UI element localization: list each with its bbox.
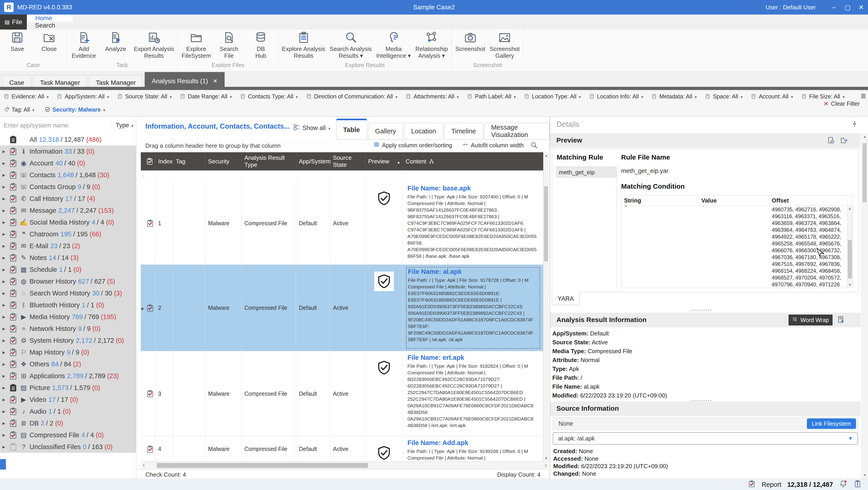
- preview-export-icon[interactable]: [840, 136, 848, 145]
- column-header-content[interactable]: Content: [403, 152, 543, 170]
- sidebar-item-call-history[interactable]: ✆Call History17/ 17(4): [0, 193, 136, 205]
- expand-icon[interactable]: [0, 386, 8, 390]
- expand-icon[interactable]: [0, 362, 8, 366]
- expand-icon[interactable]: [0, 185, 8, 189]
- filter-cell[interactable]: [145, 170, 155, 182]
- table-row[interactable]: 1MalwareCompressed FileDefaultActiveFile…: [141, 182, 543, 265]
- row-checkbox[interactable]: [145, 265, 155, 351]
- filter-gutter[interactable]: [141, 170, 145, 182]
- checkbox-icon[interactable]: [8, 171, 19, 179]
- view-tab-gallery[interactable]: Gallery: [368, 123, 403, 140]
- expand-icon[interactable]: [0, 220, 8, 225]
- checkbox-icon[interactable]: [8, 147, 19, 156]
- expand-icon[interactable]: [0, 208, 8, 213]
- sidebar-item-message[interactable]: ✉Message2,247/ 2,247(153): [0, 205, 136, 217]
- expand-icon[interactable]: [0, 173, 8, 177]
- splitter-handle[interactable]: [691, 400, 711, 401]
- apply-column-order-button[interactable]: Apply column order/sorting: [373, 141, 452, 149]
- expand-icon[interactable]: [0, 350, 8, 354]
- condition-scrollbar[interactable]: [847, 206, 852, 288]
- checkbox-icon[interactable]: [8, 324, 19, 333]
- filter-app-system[interactable]: App/System: All: [57, 93, 109, 100]
- column-header-security[interactable]: Security: [205, 152, 242, 170]
- scroll-right-icon[interactable]: [545, 461, 547, 469]
- scrollbar-thumb[interactable]: [544, 186, 548, 261]
- ribbon-button-search[interactable]: Search File: [213, 30, 245, 62]
- report-icon[interactable]: [748, 480, 755, 489]
- checkbox-icon[interactable]: [8, 253, 19, 262]
- close-button[interactable]: ✕: [855, 0, 868, 15]
- scrollbar-thumb[interactable]: [863, 143, 867, 202]
- checkbox-icon[interactable]: [8, 218, 19, 227]
- filter-location-info[interactable]: Location Info: All: [589, 93, 643, 100]
- expand-icon[interactable]: [0, 161, 8, 166]
- ribbon-button-search-analysis[interactable]: Search Analysis Results ▾: [328, 30, 374, 62]
- scroll-up-icon[interactable]: [545, 154, 548, 158]
- clear-filter-button[interactable]: ✕ Clear Filter: [823, 100, 860, 108]
- sidebar-item-e-mail[interactable]: ✉E-Mail23/ 23(2): [0, 240, 136, 252]
- checkbox-icon[interactable]: [8, 241, 19, 250]
- source-file-dropdown[interactable]: al.apk: /al.apk: [553, 432, 858, 444]
- ribbon-button-export-analysis[interactable]: Export Analysis Results: [131, 30, 177, 62]
- file-menu-button[interactable]: ▤ File: [0, 15, 27, 30]
- sidebar-item-network-history[interactable]: ≈Network History9/ 9(0): [0, 323, 136, 335]
- sidebar-item-unclassified-files[interactable]: ?Unclassified Files0/ 163(0): [0, 441, 136, 453]
- ribbon-button-screenshot[interactable]: Screenshot Gallery: [488, 30, 522, 62]
- expand-icon[interactable]: [0, 197, 8, 201]
- expand-icon[interactable]: [0, 303, 8, 307]
- table-filter-row[interactable]: [141, 170, 543, 182]
- sidebar-item-media-history[interactable]: ▶Media History769/ 769(195): [0, 311, 136, 323]
- column-header-index[interactable]: Index: [155, 152, 173, 170]
- sidebar-item-chatroom[interactable]: ❝Chatroom195/ 195(66): [0, 228, 136, 240]
- scroll-down-icon[interactable]: [545, 456, 548, 460]
- scrollbar-thumb[interactable]: [157, 463, 368, 468]
- checkbox-icon[interactable]: [8, 442, 19, 451]
- expand-icon[interactable]: [0, 326, 8, 331]
- checkbox-icon[interactable]: [8, 395, 19, 404]
- sidebar-item-video[interactable]: ▶Video17/ 17(0): [0, 394, 136, 405]
- filter-tag[interactable]: Tag: All: [4, 106, 34, 113]
- filter-cell[interactable]: [242, 170, 296, 182]
- expand-icon[interactable]: [0, 149, 8, 154]
- filter-evidence[interactable]: Evidence: All: [4, 93, 49, 100]
- type-dropdown[interactable]: Type: [111, 120, 133, 131]
- scroll-left-icon[interactable]: [143, 461, 145, 469]
- scroll-up-icon[interactable]: [848, 207, 851, 211]
- checkbox-icon[interactable]: [8, 383, 19, 392]
- alert-clipboard-icon[interactable]: [854, 480, 862, 490]
- expand-icon[interactable]: [0, 374, 8, 378]
- ribbon-button-explore[interactable]: Explore FileSystem: [179, 30, 213, 62]
- table-row[interactable]: 3MalwareCompressed FileDefaultActiveFile…: [141, 351, 543, 436]
- row-expand-icon[interactable]: [141, 305, 145, 311]
- sidebar-item-compressed-file[interactable]: ▤Compressed File4/ 4(0): [0, 429, 136, 441]
- sidebar-item-map-history[interactable]: ⚐Map History9/ 9(0): [0, 346, 136, 358]
- checkbox-icon[interactable]: [8, 372, 19, 380]
- menu-tab-home[interactable]: Home: [27, 15, 73, 22]
- checkbox-icon[interactable]: [8, 301, 19, 309]
- sidebar-item-picture[interactable]: ▨Picture1,573/ 1,579(0): [0, 382, 136, 394]
- select-all-checkbox[interactable]: [145, 152, 155, 170]
- filter-location-type[interactable]: Location Type: All: [524, 93, 581, 100]
- filter-cell[interactable]: [205, 170, 242, 182]
- ribbon-button-db[interactable]: DB Hub: [245, 30, 277, 62]
- checkbox-icon[interactable]: [8, 159, 19, 168]
- menu-tab-search[interactable]: Search: [27, 22, 73, 29]
- ribbon-button-relationship[interactable]: Relationship Analysis ▾: [413, 30, 450, 62]
- filter-cell[interactable]: [403, 170, 543, 182]
- checkbox-icon[interactable]: [8, 431, 19, 439]
- filter-cell[interactable]: [173, 170, 205, 182]
- checkbox-icon[interactable]: [8, 194, 19, 203]
- filter-cell[interactable]: [330, 170, 365, 182]
- filter-cell[interactable]: [365, 170, 403, 182]
- sidebar-item-notes[interactable]: ✎Notes14/ 14(3): [0, 252, 136, 264]
- expand-icon[interactable]: [0, 409, 8, 414]
- condition-column-offset[interactable]: Offset: [769, 196, 847, 205]
- sidebar-item-schedule[interactable]: ▦Schedule1/ 1(0): [0, 264, 136, 276]
- pin-icon[interactable]: [851, 121, 858, 128]
- filter-attachments[interactable]: Attachments: All: [406, 93, 459, 100]
- filter-cell[interactable]: [155, 170, 173, 182]
- link-filesystem-button[interactable]: Link Filesystem: [807, 419, 856, 429]
- ribbon-button-media[interactable]: Media Intelligence ▾: [374, 30, 413, 62]
- sidebar-item-browser-history[interactable]: ◍Browser History627/ 627(5): [0, 276, 136, 287]
- show-all-dropdown[interactable]: Show all: [293, 124, 331, 133]
